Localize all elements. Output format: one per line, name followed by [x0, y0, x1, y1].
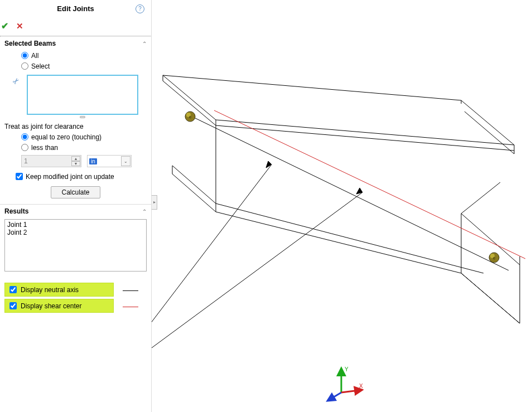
display-shear-center-checkbox[interactable]: Display shear center: [4, 299, 114, 313]
svg-line-9: [152, 192, 362, 362]
selection-list[interactable]: [27, 75, 138, 115]
radio-select[interactable]: Select: [21, 61, 147, 71]
panel-title: Edit Joints: [57, 4, 94, 13]
section-title: Selected Beams: [4, 40, 56, 47]
keep-modified-input[interactable]: [16, 173, 23, 180]
svg-line-8: [152, 164, 272, 347]
spinner-buttons[interactable]: ▲ ▼: [71, 156, 80, 166]
display-shear-center-label: Display shear center: [21, 302, 81, 310]
chevron-down-icon: ⌄: [121, 156, 130, 166]
svg-line-0: [191, 116, 509, 270]
clearance-value-text: 1: [24, 157, 28, 165]
3d-viewport[interactable]: ▸: [152, 0, 532, 412]
coordinate-triad: Y X: [325, 365, 364, 404]
scissors-icon: ✂: [11, 72, 25, 86]
list-item[interactable]: Joint 2: [7, 229, 144, 236]
neutral-axis-swatch: [123, 290, 138, 291]
ok-button[interactable]: ✔: [1, 21, 8, 31]
radio-select-label: Select: [31, 62, 50, 70]
svg-line-11: [341, 390, 359, 392]
svg-text:Y: Y: [345, 366, 349, 372]
beam-model: c c: [152, 0, 532, 412]
section-header-results[interactable]: Results ⌃: [4, 206, 147, 217]
unit-select[interactable]: in ⌄: [87, 155, 132, 167]
keep-modified-label: Keep modified joint on update: [26, 173, 114, 181]
chevron-up-icon: ⌃: [142, 41, 147, 47]
panel-header: Edit Joints ?: [0, 0, 151, 18]
display-neutral-axis-label: Display neutral axis: [21, 286, 79, 294]
results-list[interactable]: Joint 1 Joint 2: [4, 219, 147, 272]
svg-text:c: c: [493, 255, 495, 260]
radio-less-than-label: less than: [31, 144, 58, 152]
keep-modified-checkbox[interactable]: Keep modified joint on update: [4, 171, 147, 182]
radio-select-input[interactable]: [21, 62, 28, 70]
radio-all-input[interactable]: [21, 52, 28, 59]
section-header-selected-beams[interactable]: Selected Beams ⌃: [4, 38, 147, 49]
clearance-value-input[interactable]: 1 ▲ ▼: [21, 155, 81, 167]
chevron-up-icon: ⌃: [142, 209, 147, 215]
display-neutral-axis-checkbox[interactable]: Display neutral axis: [4, 283, 114, 297]
radio-less-than[interactable]: less than: [21, 142, 147, 153]
radio-equal-zero-input[interactable]: [21, 133, 28, 140]
list-item[interactable]: Joint 1: [7, 221, 144, 229]
radio-less-than-input[interactable]: [21, 144, 28, 151]
cancel-button[interactable]: ✕: [16, 21, 23, 31]
help-icon[interactable]: ?: [136, 4, 144, 13]
svg-line-12: [330, 392, 341, 399]
unit-badge: in: [89, 158, 97, 164]
svg-text:X: X: [359, 383, 363, 389]
radio-equal-zero[interactable]: equal to zero (touching): [21, 132, 147, 142]
clearance-label: Treat as joint for clearance: [4, 118, 147, 132]
radio-all[interactable]: All: [21, 50, 147, 61]
calculate-button[interactable]: Calculate: [51, 186, 100, 198]
properties-sidebar: Edit Joints ? ✔ ✕ Selected Beams ⌃ All S…: [0, 0, 152, 412]
display-shear-center-input[interactable]: [9, 302, 17, 309]
svg-text:c: c: [189, 114, 191, 119]
radio-all-label: All: [31, 52, 38, 60]
resize-handle[interactable]: [80, 116, 85, 118]
spin-up-icon[interactable]: ▲: [71, 156, 80, 161]
spin-down-icon[interactable]: ▼: [71, 161, 80, 166]
display-neutral-axis-input[interactable]: [9, 286, 17, 293]
radio-equal-zero-label: equal to zero (touching): [31, 133, 101, 141]
shear-center-swatch: [123, 307, 138, 307]
results-title: Results: [4, 207, 28, 215]
